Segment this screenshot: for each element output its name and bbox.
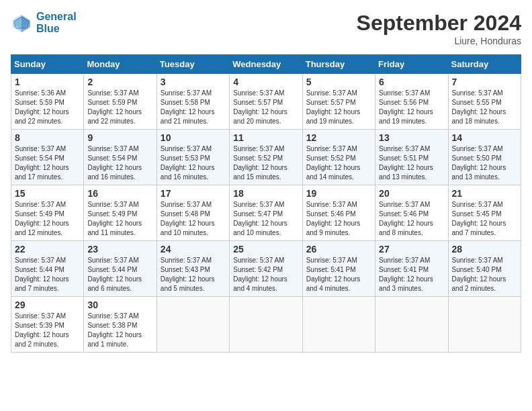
calendar-cell: 19Sunrise: 5:37 AMSunset: 5:46 PMDayligh… <box>302 185 375 241</box>
day-number: 30 <box>87 300 152 310</box>
day-number: 22 <box>15 244 80 255</box>
calendar-cell <box>230 297 302 353</box>
day-info: Sunrise: 5:37 AMSunset: 5:57 PMDaylight:… <box>306 89 371 126</box>
col-sunday: Sunday <box>11 55 84 74</box>
title-block: September 2024 Liure, Honduras <box>357 11 521 46</box>
calendar-cell: 21Sunrise: 5:37 AMSunset: 5:45 PMDayligh… <box>448 185 521 241</box>
logo: General Blue <box>11 11 77 35</box>
calendar-cell: 18Sunrise: 5:37 AMSunset: 5:47 PMDayligh… <box>230 185 302 241</box>
day-info: Sunrise: 5:37 AMSunset: 5:38 PMDaylight:… <box>87 312 152 349</box>
day-info: Sunrise: 5:37 AMSunset: 5:51 PMDaylight:… <box>379 144 444 182</box>
day-info: Sunrise: 5:37 AMSunset: 5:41 PMDaylight:… <box>379 256 444 293</box>
day-number: 27 <box>379 244 444 255</box>
calendar-cell: 14Sunrise: 5:37 AMSunset: 5:50 PMDayligh… <box>448 130 521 185</box>
day-info: Sunrise: 5:37 AMSunset: 5:40 PMDaylight:… <box>452 256 517 293</box>
calendar-week-4: 22Sunrise: 5:37 AMSunset: 5:44 PMDayligh… <box>11 241 521 297</box>
day-info: Sunrise: 5:37 AMSunset: 5:39 PMDaylight:… <box>15 312 80 349</box>
day-number: 6 <box>379 77 444 87</box>
day-info: Sunrise: 5:37 AMSunset: 5:50 PMDaylight:… <box>452 144 517 182</box>
day-info: Sunrise: 5:37 AMSunset: 5:52 PMDaylight:… <box>233 144 298 182</box>
calendar-cell: 8Sunrise: 5:37 AMSunset: 5:54 PMDaylight… <box>11 130 84 185</box>
day-number: 23 <box>87 244 152 255</box>
calendar-cell: 4Sunrise: 5:37 AMSunset: 5:57 PMDaylight… <box>230 74 302 130</box>
calendar-cell: 13Sunrise: 5:37 AMSunset: 5:51 PMDayligh… <box>375 130 448 185</box>
day-number: 17 <box>161 188 226 199</box>
day-info: Sunrise: 5:37 AMSunset: 5:59 PMDaylight:… <box>87 89 152 126</box>
calendar-cell <box>302 297 375 353</box>
day-number: 18 <box>233 188 298 199</box>
month-title: September 2024 <box>357 11 521 36</box>
day-number: 11 <box>233 132 298 143</box>
calendar-table: Sunday Monday Tuesday Wednesday Thursday… <box>11 54 521 353</box>
location-text: Liure, Honduras <box>357 36 521 46</box>
header-row: Sunday Monday Tuesday Wednesday Thursday… <box>11 55 521 74</box>
calendar-cell: 12Sunrise: 5:37 AMSunset: 5:52 PMDayligh… <box>302 130 375 185</box>
logo-general: General <box>36 11 77 23</box>
calendar-cell: 10Sunrise: 5:37 AMSunset: 5:53 PMDayligh… <box>157 130 229 185</box>
day-info: Sunrise: 5:37 AMSunset: 5:41 PMDaylight:… <box>306 256 371 293</box>
calendar-week-5: 29Sunrise: 5:37 AMSunset: 5:39 PMDayligh… <box>11 297 521 353</box>
day-number: 28 <box>452 244 517 255</box>
day-info: Sunrise: 5:37 AMSunset: 5:44 PMDaylight:… <box>15 256 80 293</box>
day-number: 7 <box>452 77 517 87</box>
day-number: 21 <box>452 188 517 199</box>
day-number: 26 <box>306 244 371 255</box>
day-info: Sunrise: 5:37 AMSunset: 5:49 PMDaylight:… <box>87 200 152 238</box>
calendar-cell <box>375 297 448 353</box>
day-info: Sunrise: 5:37 AMSunset: 5:43 PMDaylight:… <box>161 256 226 293</box>
calendar-cell: 22Sunrise: 5:37 AMSunset: 5:44 PMDayligh… <box>11 241 84 297</box>
calendar-cell: 9Sunrise: 5:37 AMSunset: 5:54 PMDaylight… <box>84 130 157 185</box>
day-info: Sunrise: 5:37 AMSunset: 5:42 PMDaylight:… <box>233 256 298 293</box>
calendar-cell: 26Sunrise: 5:37 AMSunset: 5:41 PMDayligh… <box>302 241 375 297</box>
logo-blue: Blue <box>36 23 77 35</box>
calendar-cell: 6Sunrise: 5:37 AMSunset: 5:56 PMDaylight… <box>375 74 448 130</box>
calendar-cell: 11Sunrise: 5:37 AMSunset: 5:52 PMDayligh… <box>230 130 302 185</box>
day-number: 13 <box>379 132 444 143</box>
day-info: Sunrise: 5:37 AMSunset: 5:44 PMDaylight:… <box>87 256 152 293</box>
calendar-cell: 23Sunrise: 5:37 AMSunset: 5:44 PMDayligh… <box>84 241 157 297</box>
day-number: 20 <box>379 188 444 199</box>
day-info: Sunrise: 5:37 AMSunset: 5:55 PMDaylight:… <box>452 89 517 126</box>
col-monday: Monday <box>84 55 157 74</box>
calendar-cell <box>448 297 521 353</box>
day-number: 19 <box>306 188 371 199</box>
calendar-cell: 27Sunrise: 5:37 AMSunset: 5:41 PMDayligh… <box>375 241 448 297</box>
day-number: 16 <box>87 188 152 199</box>
day-number: 5 <box>306 77 371 87</box>
calendar-cell: 20Sunrise: 5:37 AMSunset: 5:46 PMDayligh… <box>375 185 448 241</box>
calendar-cell: 2Sunrise: 5:37 AMSunset: 5:59 PMDaylight… <box>84 74 157 130</box>
day-number: 10 <box>161 132 226 143</box>
col-thursday: Thursday <box>302 55 375 74</box>
day-number: 8 <box>15 132 80 143</box>
day-info: Sunrise: 5:37 AMSunset: 5:58 PMDaylight:… <box>161 89 226 126</box>
day-number: 2 <box>87 77 152 87</box>
calendar-cell: 5Sunrise: 5:37 AMSunset: 5:57 PMDaylight… <box>302 74 375 130</box>
logo-icon <box>11 12 32 34</box>
calendar-cell: 24Sunrise: 5:37 AMSunset: 5:43 PMDayligh… <box>157 241 229 297</box>
calendar-cell: 17Sunrise: 5:37 AMSunset: 5:48 PMDayligh… <box>157 185 229 241</box>
day-number: 24 <box>161 244 226 255</box>
page-header: General Blue September 2024 Liure, Hondu… <box>11 11 521 46</box>
day-number: 4 <box>233 77 298 87</box>
col-wednesday: Wednesday <box>230 55 302 74</box>
day-number: 12 <box>306 132 371 143</box>
day-info: Sunrise: 5:37 AMSunset: 5:52 PMDaylight:… <box>306 144 371 182</box>
calendar-week-3: 15Sunrise: 5:37 AMSunset: 5:49 PMDayligh… <box>11 185 521 241</box>
calendar-week-1: 1Sunrise: 5:36 AMSunset: 5:59 PMDaylight… <box>11 74 521 130</box>
day-info: Sunrise: 5:36 AMSunset: 5:59 PMDaylight:… <box>15 89 80 126</box>
calendar-cell: 1Sunrise: 5:36 AMSunset: 5:59 PMDaylight… <box>11 74 84 130</box>
day-info: Sunrise: 5:37 AMSunset: 5:57 PMDaylight:… <box>233 89 298 126</box>
calendar-cell: 3Sunrise: 5:37 AMSunset: 5:58 PMDaylight… <box>157 74 229 130</box>
day-info: Sunrise: 5:37 AMSunset: 5:53 PMDaylight:… <box>161 144 226 182</box>
day-info: Sunrise: 5:37 AMSunset: 5:49 PMDaylight:… <box>15 200 80 238</box>
day-info: Sunrise: 5:37 AMSunset: 5:47 PMDaylight:… <box>233 200 298 238</box>
day-info: Sunrise: 5:37 AMSunset: 5:48 PMDaylight:… <box>161 200 226 238</box>
calendar-cell: 28Sunrise: 5:37 AMSunset: 5:40 PMDayligh… <box>448 241 521 297</box>
calendar-cell: 30Sunrise: 5:37 AMSunset: 5:38 PMDayligh… <box>84 297 157 353</box>
day-info: Sunrise: 5:37 AMSunset: 5:45 PMDaylight:… <box>452 200 517 238</box>
day-number: 15 <box>15 188 80 199</box>
col-friday: Friday <box>375 55 448 74</box>
logo-text: General Blue <box>36 11 77 35</box>
col-saturday: Saturday <box>448 55 521 74</box>
calendar-cell: 29Sunrise: 5:37 AMSunset: 5:39 PMDayligh… <box>11 297 84 353</box>
